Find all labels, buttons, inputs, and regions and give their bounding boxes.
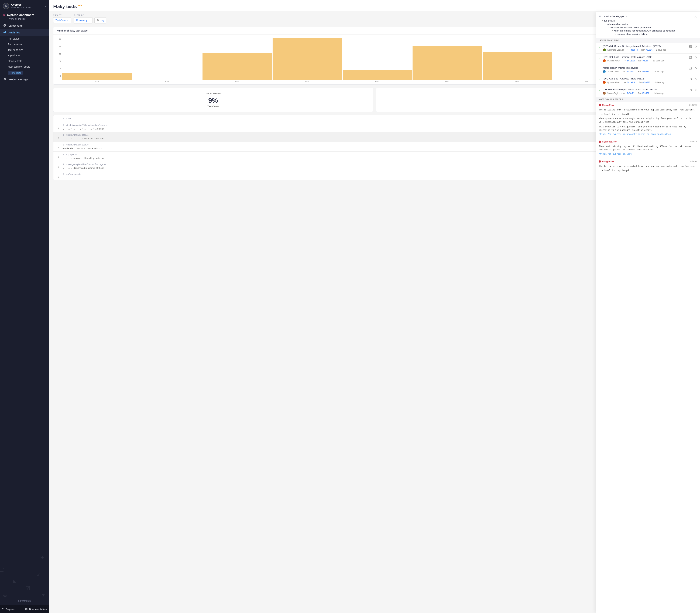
chart-bar bbox=[483, 52, 552, 80]
file-icon: 🗎 bbox=[63, 144, 65, 146]
play-icon[interactable] bbox=[695, 56, 697, 60]
svg-point-8 bbox=[76, 19, 77, 20]
avatar bbox=[603, 49, 606, 51]
tree-item[interactable]: ▾does not show duration ticking bbox=[599, 32, 697, 36]
nav-latest-runs[interactable]: Latest runs bbox=[0, 22, 49, 29]
chevron-down-icon: ⌄ bbox=[67, 19, 69, 22]
puzzle-icon: ✦ bbox=[40, 555, 44, 560]
flaky-run-item[interactable]: ✓ [SVC-329] Feat - Historical Test Flaki… bbox=[596, 54, 700, 64]
view-all-projects-link[interactable]: ‹ View all projects bbox=[0, 17, 49, 22]
latest-flaky-runs-label: LATEST FLAKY RUNS bbox=[596, 38, 700, 43]
commit-icon: ⊶ bbox=[623, 70, 625, 73]
avatar bbox=[603, 92, 606, 95]
panel-spec-path: 🗎 runs/RunDetails_spec.ts bbox=[599, 15, 697, 18]
screenshot-icon[interactable] bbox=[688, 66, 692, 71]
chevron-down-icon[interactable]: ⌄ bbox=[44, 4, 46, 7]
branch-filter[interactable]: develop ⌄ bbox=[74, 17, 93, 24]
check-icon: ✓ bbox=[599, 67, 601, 70]
commit-icon: ⊶ bbox=[624, 60, 626, 62]
error-icon: ! bbox=[599, 160, 601, 162]
nav-run-duration[interactable]: Run duration bbox=[8, 41, 49, 47]
nav-top-failures[interactable]: Top failures bbox=[8, 53, 49, 58]
nav-project-settings[interactable]: Project settings bbox=[0, 76, 49, 83]
support-link[interactable]: ?⃝ Support bbox=[0, 605, 23, 613]
file-icon: 🗎 bbox=[599, 15, 601, 18]
detail-panel: ✕ 🗎 runs/RunDetails_spec.ts ▾run details… bbox=[596, 12, 700, 613]
avatar bbox=[603, 59, 606, 62]
panel-close-button[interactable]: ✕ bbox=[694, 15, 697, 19]
nav-flaky-tests[interactable]: Flaky tests bbox=[8, 69, 49, 76]
svg-rect-3 bbox=[5, 31, 6, 33]
bar-chart-icon bbox=[3, 31, 6, 34]
svg-rect-1 bbox=[3, 32, 4, 33]
chart-bar bbox=[62, 73, 132, 80]
project-header: ✕ cypress-dashboard bbox=[0, 12, 49, 17]
caret-icon: ▾ bbox=[602, 20, 603, 22]
error-block: !CypressError 16 times Timed out retryin… bbox=[596, 138, 700, 158]
svg-rect-2 bbox=[4, 32, 5, 33]
project-name: cypress-dashboard bbox=[7, 13, 35, 17]
sliders-icon bbox=[3, 78, 6, 81]
beta-badge: beta bbox=[77, 4, 82, 6]
overall-flakiness-card: Overall flakiness 9% Test Cases bbox=[53, 88, 373, 112]
chevron-left-icon: ‹ bbox=[8, 17, 9, 20]
filter-by-label: FILTER BY bbox=[74, 14, 106, 16]
nav-run-status[interactable]: Run status bbox=[8, 36, 49, 41]
caret-icon: ▾ bbox=[612, 30, 613, 32]
check-icon: ✓ bbox=[599, 78, 601, 81]
documentation-link[interactable]: 🕮 Documentation bbox=[23, 605, 49, 613]
error-doc-link[interactable]: https://on.cypress.io/wait bbox=[599, 153, 697, 155]
chart-bar bbox=[343, 70, 412, 80]
github-icon: ◉ bbox=[3, 593, 7, 597]
chevron-down-icon: ⌄ bbox=[88, 19, 90, 22]
nav-most-common-errors[interactable]: Most common errors bbox=[8, 64, 49, 69]
view-by-select[interactable]: Test Case ⌄ bbox=[53, 17, 71, 23]
flaky-run-item[interactable]: ✓ [SVC-425] Bug - Analytics Filters (#31… bbox=[596, 75, 700, 86]
flaky-run-item[interactable]: ✓ [SVC-434] Update GH integration with f… bbox=[596, 43, 700, 54]
close-icon[interactable]: ✕ bbox=[3, 14, 5, 16]
tag-filter[interactable]: Tag bbox=[94, 17, 106, 24]
svg-point-9 bbox=[76, 21, 77, 21]
flaky-run-item[interactable]: ✓ [CHORE] Rename spec files to match oth… bbox=[596, 86, 700, 97]
avatar bbox=[603, 70, 606, 73]
flaky-run-item[interactable]: ✓ Merge branch 'master' into develop Tim… bbox=[596, 64, 700, 75]
play-icon[interactable] bbox=[695, 67, 697, 70]
file-icon: 🗎 bbox=[63, 173, 65, 175]
avatar bbox=[603, 81, 606, 84]
check-icon: ✓ bbox=[599, 89, 601, 92]
tree-item[interactable]: ▾when run has loaded bbox=[599, 22, 697, 26]
heart-icon: ♥ bbox=[42, 592, 44, 597]
commit-icon: ⊶ bbox=[624, 81, 626, 84]
error-icon: ! bbox=[599, 141, 601, 143]
tree-item[interactable]: ▾run details bbox=[599, 19, 697, 22]
play-icon[interactable] bbox=[695, 78, 697, 81]
file-icon: 🗎 bbox=[63, 134, 65, 136]
screenshot-icon[interactable] bbox=[688, 88, 692, 93]
shield-icon: ✔ bbox=[37, 572, 41, 578]
tree-item[interactable]: ▾we have permission to see a private run bbox=[599, 26, 697, 29]
caret-icon: ▾ bbox=[606, 23, 606, 25]
tree-item[interactable]: ▾when the run has not completed, with sc… bbox=[599, 29, 697, 32]
org-switcher[interactable]: cy Cypress Amir Rustamzadeh ⌄ bbox=[0, 0, 49, 12]
error-doc-link[interactable]: https://on.cypress.io/uncaught-exception… bbox=[599, 133, 697, 135]
check-icon: ✓ bbox=[599, 56, 601, 59]
screenshot-icon[interactable] bbox=[688, 77, 692, 82]
tag-icon bbox=[97, 19, 99, 22]
chart-bar bbox=[412, 46, 482, 80]
nav-test-suite-size[interactable]: Test suite size bbox=[8, 47, 49, 53]
cypress-logo: cypress bbox=[0, 597, 49, 605]
svg-point-10 bbox=[78, 19, 78, 20]
error-block: !RangeError 14 times The following error… bbox=[596, 158, 700, 176]
check-circle-icon bbox=[3, 24, 6, 27]
svg-point-7 bbox=[5, 79, 5, 80]
nav-analytics[interactable]: Analytics bbox=[0, 29, 49, 36]
svg-marker-13 bbox=[695, 45, 697, 48]
screenshot-icon[interactable] bbox=[688, 56, 692, 60]
play-icon[interactable] bbox=[695, 45, 697, 49]
file-icon: 🗎 bbox=[63, 153, 65, 156]
chart-bar bbox=[272, 38, 342, 80]
footer-texture: ✦ 🖵 ✔ ✖ ⚿ ◉ ♥ bbox=[0, 551, 49, 597]
nav-slowest-tests[interactable]: Slowest tests bbox=[8, 58, 49, 64]
screenshot-icon[interactable] bbox=[688, 45, 692, 49]
play-icon[interactable] bbox=[695, 89, 697, 92]
